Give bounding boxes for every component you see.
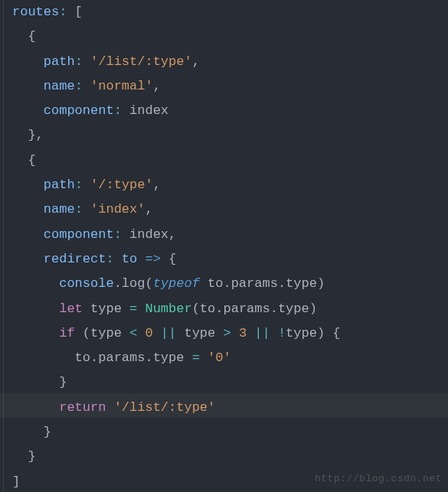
code-token: ) <box>317 276 325 291</box>
watermark-text: http://blog.csdn.net <box>315 470 442 489</box>
code-token <box>122 103 129 118</box>
code-token: type <box>286 276 317 291</box>
code-token: name <box>12 79 75 93</box>
code-token: < <box>129 326 137 340</box>
code-token: redirect <box>12 252 106 266</box>
code-token: . <box>145 350 152 365</box>
code-token: component <box>12 227 114 242</box>
code-token: : <box>114 227 122 242</box>
code-token: [ <box>67 5 82 19</box>
code-token: , <box>168 227 176 242</box>
code-token <box>12 400 59 415</box>
code-token <box>12 326 59 340</box>
code-token: '/list/:type' <box>90 54 192 69</box>
code-token <box>114 252 122 266</box>
code-token: = <box>129 301 137 316</box>
code-token: '/list/:type' <box>114 400 216 415</box>
code-token: . <box>223 276 231 291</box>
code-token: routes <box>12 5 59 19</box>
code-token <box>270 326 278 340</box>
code-token: 3 <box>239 326 247 340</box>
code-token: params <box>223 301 270 316</box>
code-token: } <box>12 425 51 439</box>
code-token: Number <box>145 301 191 316</box>
code-token: ) <box>309 301 317 316</box>
code-token: component <box>12 103 114 118</box>
code-token: log <box>122 276 146 291</box>
code-token: . <box>90 350 98 365</box>
code-token: 'index' <box>90 202 145 217</box>
code-token <box>137 301 145 316</box>
code-token <box>83 178 90 192</box>
code-token: let <box>59 301 83 316</box>
code-token: . <box>215 301 223 316</box>
code-token: path <box>12 54 75 69</box>
code-token: : <box>106 252 113 266</box>
code-token <box>83 79 90 93</box>
code-editor-content: routes: [ { path: '/list/:type', name: '… <box>0 0 448 492</box>
code-token: } <box>12 375 67 389</box>
code-token: index <box>129 103 168 118</box>
code-token: = <box>192 350 200 365</box>
code-token: || <box>161 326 176 340</box>
code-token: : <box>75 54 83 69</box>
code-token: (type <box>75 326 129 340</box>
code-token: if <box>59 326 74 340</box>
code-token: type <box>83 301 129 316</box>
code-token: type <box>153 350 192 365</box>
code-token: to <box>122 252 137 266</box>
code-token: return <box>59 400 106 415</box>
code-token <box>137 326 145 340</box>
code-token: . <box>278 276 286 291</box>
code-token: . <box>114 276 122 291</box>
code-token: { <box>161 252 176 266</box>
code-token <box>83 54 90 69</box>
code-token: , <box>145 202 152 217</box>
code-token: to <box>12 350 90 365</box>
code-token: : <box>75 178 83 192</box>
code-token: 0 <box>145 326 152 340</box>
code-token: params <box>231 276 278 291</box>
code-token: index <box>129 227 168 242</box>
code-token: : <box>75 202 83 217</box>
code-token: path <box>12 178 75 192</box>
code-token: type) { <box>286 326 340 340</box>
code-token: ] <box>12 474 20 489</box>
code-token <box>231 326 239 340</box>
code-token: (to <box>192 301 216 316</box>
code-token: : <box>59 5 67 19</box>
code-token: , <box>192 54 200 69</box>
code-token: name <box>12 202 75 217</box>
code-token: . <box>270 301 278 316</box>
code-token: type <box>278 301 309 316</box>
code-token: type <box>176 326 223 340</box>
code-token <box>137 252 145 266</box>
code-token: 'normal' <box>90 79 153 93</box>
code-token: '0' <box>208 350 231 365</box>
code-token: || <box>254 326 270 340</box>
code-token: , <box>153 79 161 93</box>
code-token: params <box>98 350 145 365</box>
code-token <box>83 202 90 217</box>
code-token <box>12 301 59 316</box>
code-token: : <box>114 103 122 118</box>
code-token: to <box>200 276 224 291</box>
code-token: => <box>145 252 160 266</box>
code-token <box>247 326 254 340</box>
code-token <box>122 227 129 242</box>
code-token <box>153 326 161 340</box>
code-token: console <box>12 276 114 291</box>
code-token <box>200 350 208 365</box>
code-token: ! <box>278 326 286 340</box>
code-token <box>106 400 113 415</box>
code-token: { <box>12 29 36 44</box>
code-token: typeof <box>153 276 200 291</box>
code-token: > <box>223 326 231 340</box>
code-token: { <box>12 153 36 168</box>
code-token: : <box>75 79 83 93</box>
code-token: '/:type' <box>90 178 153 192</box>
code-token: } <box>12 449 36 464</box>
code-token: ( <box>145 276 152 291</box>
code-token: , <box>153 178 161 192</box>
code-token: }, <box>12 128 44 142</box>
